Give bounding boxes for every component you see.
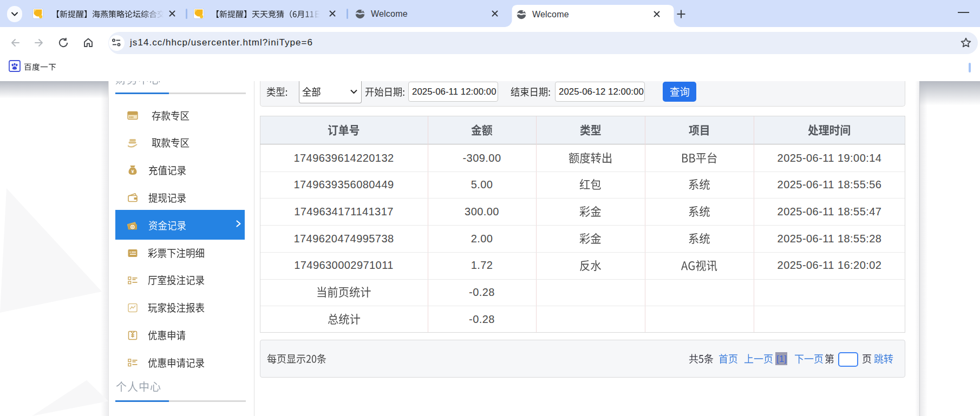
svg-text:¥: ¥	[131, 169, 134, 174]
svg-text:¥: ¥	[132, 225, 134, 229]
